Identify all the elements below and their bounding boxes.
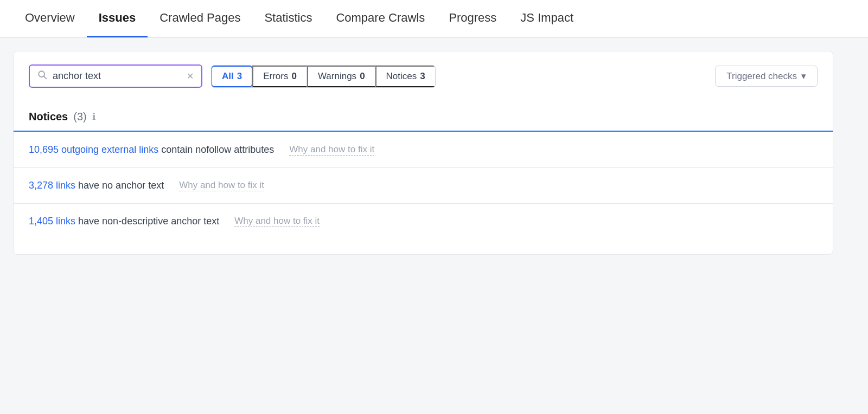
- issues-list: 10,695 outgoing external links contain n…: [14, 132, 833, 239]
- filter-pill-notices[interactable]: Notices 3: [375, 66, 435, 87]
- issue-row-non-descriptive: 1,405 links have non-descriptive anchor …: [14, 204, 833, 239]
- main-content: anchor text ✕ All 3Errors 0Warnings 0Not…: [0, 38, 846, 268]
- filter-pills: All 3Errors 0Warnings 0Notices 3: [211, 65, 436, 88]
- why-fix-link-no-anchor[interactable]: Why and how to fix it: [179, 180, 264, 191]
- issue-link-nofollow[interactable]: 10,695 outgoing external links: [29, 144, 158, 155]
- filter-pill-count-warnings: 0: [360, 71, 365, 82]
- issue-content-non-descriptive: 1,405 links have non-descriptive anchor …: [29, 216, 219, 227]
- filter-pill-count-all: 3: [237, 71, 242, 82]
- triggered-checks-chevron: ▾: [801, 70, 806, 82]
- search-clear-button[interactable]: ✕: [187, 71, 194, 81]
- notices-title: Notices: [29, 111, 68, 123]
- nav-tab-crawled-pages[interactable]: Crawled Pages: [148, 0, 252, 37]
- search-wrapper: anchor text ✕: [29, 64, 202, 88]
- issue-row-nofollow: 10,695 outgoing external links contain n…: [14, 132, 833, 168]
- issue-row-no-anchor: 3,278 links have no anchor textWhy and h…: [14, 168, 833, 204]
- notices-count: (3): [73, 111, 86, 123]
- triggered-checks-label: Triggered checks: [726, 71, 797, 82]
- issue-content-no-anchor: 3,278 links have no anchor text: [29, 180, 164, 191]
- issue-link-no-anchor[interactable]: 3,278 links: [29, 180, 75, 191]
- notices-section-header: Notices (3) ℹ: [14, 101, 833, 131]
- issue-text-non-descriptive: have non-descriptive anchor text: [75, 216, 219, 227]
- filter-pill-label-warnings: Warnings: [318, 71, 356, 82]
- svg-line-1: [44, 76, 46, 79]
- filter-pill-warnings[interactable]: Warnings 0: [307, 66, 375, 87]
- search-input[interactable]: anchor text: [53, 70, 181, 82]
- bottom-space: [14, 239, 833, 254]
- triggered-checks-button[interactable]: Triggered checks ▾: [715, 66, 818, 87]
- issue-text-nofollow: contain nofollow attributes: [158, 144, 274, 155]
- nav-tab-statistics[interactable]: Statistics: [252, 0, 324, 37]
- nav-tab-overview[interactable]: Overview: [13, 0, 87, 37]
- filter-pill-label-errors: Errors: [263, 71, 288, 82]
- nav-tab-progress[interactable]: Progress: [437, 0, 508, 37]
- why-fix-link-non-descriptive[interactable]: Why and how to fix it: [234, 216, 320, 227]
- nav-tab-issues[interactable]: Issues: [87, 0, 148, 37]
- why-fix-link-nofollow[interactable]: Why and how to fix it: [289, 144, 374, 156]
- search-icon: [37, 70, 47, 82]
- main-navigation: OverviewIssuesCrawled PagesStatisticsCom…: [0, 0, 868, 38]
- issue-content-nofollow: 10,695 outgoing external links contain n…: [29, 144, 274, 156]
- filter-pill-count-notices: 3: [420, 71, 425, 82]
- issues-card: anchor text ✕ All 3Errors 0Warnings 0Not…: [13, 51, 833, 255]
- filter-pill-label-all: All: [222, 71, 234, 82]
- issue-text-no-anchor: have no anchor text: [75, 180, 164, 191]
- nav-tab-compare-crawls[interactable]: Compare Crawls: [324, 0, 437, 37]
- filter-pill-errors[interactable]: Errors 0: [252, 66, 307, 87]
- filter-pill-label-notices: Notices: [386, 71, 417, 82]
- nav-tab-js-impact[interactable]: JS Impact: [508, 0, 585, 37]
- issue-link-non-descriptive[interactable]: 1,405 links: [29, 216, 75, 227]
- filter-pill-all[interactable]: All 3: [211, 66, 253, 87]
- filter-bar: anchor text ✕ All 3Errors 0Warnings 0Not…: [14, 51, 833, 101]
- notices-info-icon[interactable]: ℹ: [92, 111, 95, 122]
- filter-pill-count-errors: 0: [291, 71, 296, 82]
